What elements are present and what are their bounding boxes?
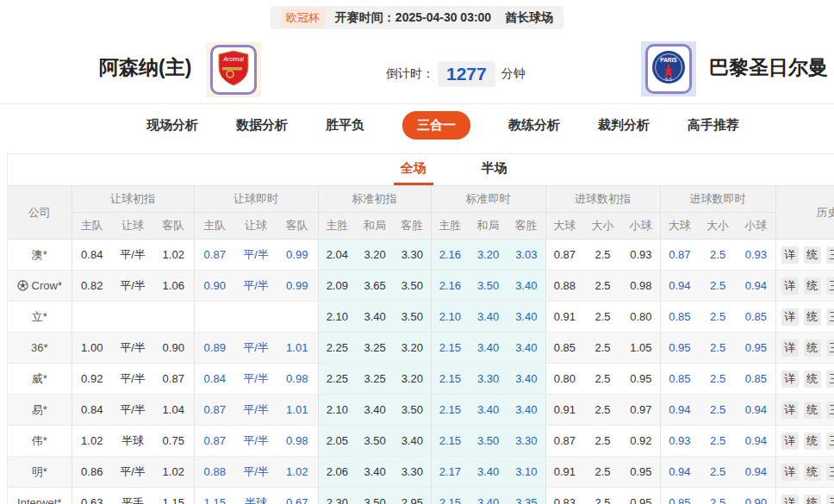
history-button-统[interactable]: 统	[804, 277, 821, 295]
odds-cell	[153, 302, 194, 333]
tab-half-match[interactable]: 半场	[475, 160, 514, 185]
history-button-三[interactable]: 三	[826, 246, 834, 264]
tab-data-analysis[interactable]: 数据分析	[236, 117, 288, 134]
history-button-详[interactable]: 详	[781, 339, 799, 357]
tab-referee-analysis[interactable]: 裁判分析	[598, 117, 650, 134]
history-button-三[interactable]: 三	[826, 277, 834, 295]
odds-cell: 2.95	[394, 488, 431, 504]
history-button-统[interactable]: 统	[804, 432, 821, 450]
history-button-三[interactable]: 三	[826, 339, 834, 357]
company-name: 澳*	[32, 247, 47, 263]
away-team-name: 巴黎圣日尔曼	[709, 54, 828, 81]
odds-cell	[235, 302, 277, 333]
history-button-三[interactable]: 三	[826, 464, 834, 481]
history-button-详[interactable]: 详	[781, 277, 799, 295]
history-button-详[interactable]: 详	[781, 432, 799, 450]
history-button-统[interactable]: 统	[804, 308, 821, 326]
odds-cell: 0.92	[622, 426, 660, 457]
odds-cell: 半球	[112, 426, 153, 457]
odds-cell: 0.98	[277, 364, 318, 395]
history-button-统[interactable]: 统	[804, 495, 821, 504]
history-cell: 详统三	[775, 302, 834, 333]
history-button-详[interactable]: 详	[781, 308, 799, 326]
col-group-header: 标准即时	[431, 186, 545, 213]
history-cell: 详统三	[775, 426, 834, 457]
odds-cell: 2.15	[431, 333, 469, 364]
odds-cell: 0.95	[622, 488, 660, 504]
history-button-三[interactable]: 三	[826, 432, 834, 450]
odds-cell: 2.5	[583, 240, 622, 271]
odds-cell: 0.84	[194, 364, 235, 395]
history-button-统[interactable]: 统	[804, 370, 821, 388]
odds-cell: 1.00	[72, 333, 112, 364]
odds-cell: 0.94	[737, 457, 775, 488]
odds-cell: 0.88	[194, 457, 235, 488]
col-sub-header: 大球	[660, 213, 699, 240]
tab-live-analysis[interactable]: 现场分析	[146, 117, 198, 134]
odds-cell: 0.90	[153, 333, 194, 364]
history-button-详[interactable]: 详	[781, 495, 799, 504]
odds-cell: 平/半	[235, 240, 277, 271]
odds-cell: 2.5	[583, 271, 622, 302]
odds-cell: 2.06	[318, 457, 356, 488]
odds-cell: 0.90	[737, 488, 775, 504]
odds-cell: 平手	[112, 488, 153, 504]
odds-cell: 2.30	[318, 488, 356, 504]
company-cell: Crow*	[8, 271, 72, 302]
tab-win-draw-lose[interactable]: 胜平负	[326, 117, 364, 134]
history-cell: 详统三	[775, 240, 834, 271]
odds-cell: 3.30	[507, 426, 545, 457]
odds-cell: 2.25	[318, 364, 356, 395]
odds-cell: 0.85	[737, 364, 775, 395]
history-button-统[interactable]: 统	[804, 464, 821, 481]
tab-three-in-one[interactable]: 三合一	[402, 111, 470, 140]
odds-cell: 3.30	[469, 364, 507, 395]
odds-cell: 平/半	[235, 333, 277, 364]
odds-cell: 平/半	[112, 240, 153, 271]
odds-cell: 3.50	[469, 271, 507, 302]
history-button-三[interactable]: 三	[826, 370, 834, 388]
odds-cell: 3.40	[469, 302, 507, 333]
tab-expert-tips[interactable]: 高手推荐	[688, 117, 739, 134]
col-group-header: 进球数初指	[545, 186, 660, 213]
odds-cell: 0.63	[72, 488, 112, 504]
history-button-统[interactable]: 统	[804, 246, 821, 264]
history-button-统[interactable]: 统	[804, 339, 821, 357]
history-button-三[interactable]: 三	[826, 495, 834, 504]
table-row: 立*2.103.403.502.103.403.400.912.50.800.8…	[8, 302, 834, 333]
tab-coach-analysis[interactable]: 教练分析	[508, 117, 560, 134]
history-button-三[interactable]: 三	[826, 401, 834, 419]
odds-cell: 0.75	[153, 426, 194, 457]
company-cell: 36*	[8, 333, 72, 364]
history-button-详[interactable]: 详	[781, 464, 799, 481]
history-button-三[interactable]: 三	[826, 308, 834, 326]
odds-cell: 2.5	[583, 395, 622, 426]
history-button-详[interactable]: 详	[781, 370, 799, 388]
odds-cell: 2.09	[318, 271, 356, 302]
odds-cell: 3.40	[356, 395, 394, 426]
odds-cell: 3.40	[356, 302, 394, 333]
venue: 酋长球场	[505, 10, 553, 26]
odds-cell: 平/半	[112, 333, 153, 364]
countdown-value: 1277	[438, 61, 495, 87]
odds-cell: 2.10	[431, 302, 469, 333]
odds-cell: 0.99	[277, 240, 318, 271]
history-button-详[interactable]: 详	[781, 246, 799, 264]
col-group-header: 让球初指	[72, 186, 194, 213]
odds-cell: 2.5	[699, 240, 737, 271]
odds-cell: 0.85	[660, 488, 699, 504]
svg-text:Arsenal: Arsenal	[222, 56, 244, 62]
odds-cell: 0.93	[660, 426, 699, 457]
odds-cell: 平/半	[112, 457, 153, 488]
history-button-详[interactable]: 详	[781, 401, 799, 419]
odds-cell: 0.87	[545, 426, 583, 457]
col-sub-header: 大小	[699, 213, 737, 240]
odds-cell: 3.40	[469, 488, 507, 504]
tab-full-match[interactable]: 全场	[394, 160, 433, 185]
col-sub-header: 客队	[153, 213, 194, 240]
odds-cell: 3.40	[469, 333, 507, 364]
away-team-logo: PARIS S·G	[641, 41, 696, 96]
odds-cell: 3.40	[394, 426, 431, 457]
odds-cell: 2.16	[431, 271, 469, 302]
history-button-统[interactable]: 统	[804, 401, 821, 419]
